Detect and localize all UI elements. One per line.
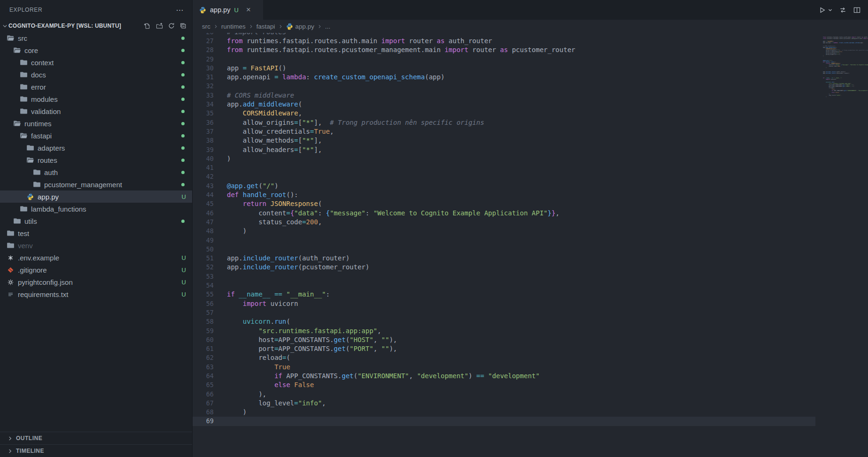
code-line-37[interactable]: 37 allow_credentials=True, xyxy=(193,127,815,136)
code-line-58[interactable]: 58 uvicorn.run( xyxy=(193,317,815,326)
code-area[interactable]: 26# Import routes 27from runtimes.fastap… xyxy=(193,33,868,457)
tree-item-error[interactable]: error xyxy=(0,81,192,93)
code-line-40[interactable]: 40) xyxy=(193,154,815,163)
code-line-66[interactable]: 66 ), xyxy=(193,390,815,399)
python-icon xyxy=(25,193,35,200)
code-line-45[interactable]: 45 return JSONResponse( xyxy=(193,199,815,208)
tree-item-gitignore[interactable]: .gitignoreU xyxy=(0,264,192,276)
tree-item-app-py[interactable]: app.pyU xyxy=(0,190,192,203)
code-line-30[interactable]: 30app = FastAPI() xyxy=(193,64,815,73)
explorer-more-actions-icon[interactable]: ⋯ xyxy=(176,6,184,15)
code-line-44[interactable]: 44def handle_root(): xyxy=(193,190,815,199)
tree-item-docs[interactable]: docs xyxy=(0,69,192,81)
code-line-34[interactable]: 34app.add_middleware( xyxy=(193,100,815,109)
tree-item-src[interactable]: src xyxy=(0,32,192,44)
refresh-icon[interactable] xyxy=(168,23,175,29)
new-file-icon[interactable] xyxy=(144,23,151,30)
run-dropdown-icon[interactable] xyxy=(828,8,832,12)
outline-section[interactable]: OUTLINE xyxy=(0,432,192,444)
code-line-27[interactable]: 27from runtimes.fastapi.routes.auth.main… xyxy=(193,37,815,46)
line-number: 40 xyxy=(193,154,227,163)
folder-icon xyxy=(25,145,35,151)
code-line-28[interactable]: 28from runtimes.fastapi.routes.pcustomer… xyxy=(193,46,815,54)
tree-item-runtimes[interactable]: runtimes xyxy=(0,117,192,129)
code-line-42[interactable]: 42 xyxy=(193,172,815,181)
close-icon[interactable]: × xyxy=(246,5,251,15)
folder-icon xyxy=(19,108,28,114)
tab-app-py[interactable]: app.py U × xyxy=(193,0,263,20)
tree-item-lambda-functions[interactable]: lambda_functions xyxy=(0,203,192,215)
line-number: 30 xyxy=(193,64,227,73)
tree-item-env-example[interactable]: .env.exampleU xyxy=(0,251,192,264)
breadcrumb-item-runtimes[interactable]: runtimes xyxy=(221,23,246,30)
workspace-header[interactable]: COGNITO-EXAMPLE-PY [WSL: UBUNTU] xyxy=(0,20,192,32)
code-line-47[interactable]: 47 status_code=200, xyxy=(193,218,815,227)
tree-item-adapters[interactable]: adapters xyxy=(0,142,192,154)
tree-item-fastapi[interactable]: fastapi xyxy=(0,129,192,142)
code-line-39[interactable]: 39 allow_headers=["*"], xyxy=(193,145,815,154)
code-line-63[interactable]: 63 True xyxy=(193,363,815,372)
timeline-section[interactable]: TIMELINE xyxy=(0,444,192,457)
line-number: 60 xyxy=(193,335,227,344)
code-text: ) xyxy=(227,154,231,163)
code-line-29[interactable]: 29 xyxy=(193,55,815,64)
breadcrumb-item-fastapi[interactable]: fastapi xyxy=(256,23,275,30)
code-line-35[interactable]: 35 CORSMiddleware, xyxy=(193,109,815,118)
open-changes-icon[interactable] xyxy=(839,7,846,14)
code-line-41[interactable]: 41 xyxy=(193,163,815,172)
minimap[interactable]: from runtimes.fastapi.routes.auth.main i… xyxy=(819,33,868,457)
tree-item-auth[interactable]: auth xyxy=(0,166,192,178)
code-line-60[interactable]: 60 host=APP_CONSTANTS.get("HOST", ""), xyxy=(193,335,815,344)
code-line-52[interactable]: 52app.include_router(pcustomer_router) xyxy=(193,263,815,272)
line-number: 26 xyxy=(193,33,227,37)
tree-item-test[interactable]: test xyxy=(0,227,192,239)
code-text: host=APP_CONSTANTS.get("HOST", ""), xyxy=(227,335,397,344)
code-line-33[interactable]: 33# CORS middleware xyxy=(193,91,815,100)
code-line-67[interactable]: 67 log_level="info", xyxy=(193,399,815,408)
tree-item-pcustomer-management[interactable]: pcustomer_management xyxy=(0,178,192,190)
breadcrumb-item-src[interactable]: src xyxy=(202,23,210,30)
tree-item-core[interactable]: core xyxy=(0,44,192,56)
tree-item-context[interactable]: context xyxy=(0,56,192,69)
code-line-36[interactable]: 36 allow_origins=["*"], # Trong producti… xyxy=(193,118,815,127)
code-line-49[interactable]: 49 xyxy=(193,236,815,245)
code-line-32[interactable]: 32 xyxy=(193,82,815,91)
tree-item-utils[interactable]: utils xyxy=(0,215,192,227)
code-line-48[interactable]: 48 ) xyxy=(193,227,815,236)
code-line-53[interactable]: 53 xyxy=(193,272,815,281)
sidebar-panels: OUTLINE TIMELINE xyxy=(0,432,192,457)
code-line-55[interactable]: 55if __name__ == "__main__": xyxy=(193,290,815,299)
split-editor-icon[interactable] xyxy=(853,7,860,14)
code-line-65[interactable]: 65 else False xyxy=(193,381,815,389)
code-line-61[interactable]: 61 port=APP_CONSTANTS.get("PORT", ""), xyxy=(193,344,815,353)
line-number: 61 xyxy=(193,344,227,353)
code-line-69[interactable]: 69 xyxy=(193,417,815,426)
code-line-50[interactable]: 50 xyxy=(193,245,815,254)
git-modified-dot xyxy=(181,61,185,64)
code-line-68[interactable]: 68 ) xyxy=(193,408,815,417)
code-line-59[interactable]: 59 "src.runtimes.fastapi.app:app", xyxy=(193,327,815,335)
collapse-all-icon[interactable] xyxy=(180,23,186,29)
code-line-54[interactable]: 54 xyxy=(193,281,815,290)
code-line-26[interactable]: 26# Import routes xyxy=(193,33,815,37)
code-line-56[interactable]: 56 import uvicorn xyxy=(193,299,815,308)
code-line-64[interactable]: 64 if APP_CONSTANTS.get("ENVIRONMENT", "… xyxy=(193,372,815,381)
line-number: 37 xyxy=(193,127,227,136)
code-line-38[interactable]: 38 allow_methods=["*"], xyxy=(193,136,815,145)
tree-item-venv[interactable]: venv xyxy=(0,239,192,251)
code-line-57[interactable]: 57 xyxy=(193,308,815,317)
tree-item-routes[interactable]: routes xyxy=(0,154,192,166)
code-line-31[interactable]: 31app.openapi = lambda: create_custom_op… xyxy=(193,73,815,82)
tree-item-validation[interactable]: validation xyxy=(0,105,192,117)
breadcrumb-item-[interactable]: ... xyxy=(325,23,330,30)
tree-item-pyrightconfig-json[interactable]: pyrightconfig.jsonU xyxy=(0,276,192,288)
code-line-51[interactable]: 51app.include_router(auth_router) xyxy=(193,254,815,263)
tree-item-requirements-txt[interactable]: requirements.txtU xyxy=(0,288,192,300)
breadcrumb-item-app-py[interactable]: app.py xyxy=(286,23,315,30)
run-button[interactable] xyxy=(819,7,826,14)
tree-item-modules[interactable]: modules xyxy=(0,93,192,105)
code-line-46[interactable]: 46 content={"data": {"message": "Welcome… xyxy=(193,209,815,218)
code-line-62[interactable]: 62 reload=( xyxy=(193,353,815,362)
code-line-43[interactable]: 43@app.get("/") xyxy=(193,182,815,190)
new-folder-icon[interactable] xyxy=(156,23,163,30)
